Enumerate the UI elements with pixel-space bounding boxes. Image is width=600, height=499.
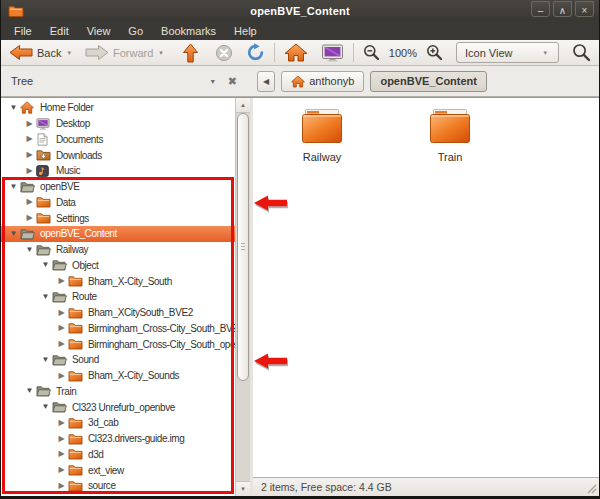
path-current-button[interactable]: openBVE_Content bbox=[370, 71, 487, 92]
expander-closed-icon[interactable]: ▶ bbox=[55, 340, 68, 348]
zoom-out-button[interactable] bbox=[360, 43, 383, 62]
expander-closed-icon[interactable]: ▶ bbox=[23, 151, 36, 159]
menu-edit[interactable]: Edit bbox=[41, 23, 78, 39]
view-mode-select[interactable]: Icon View ▾ bbox=[456, 42, 559, 63]
expander-closed-icon[interactable]: ▶ bbox=[23, 120, 36, 128]
maximize-button[interactable]: ∧ bbox=[553, 1, 572, 17]
back-dropdown-icon[interactable]: ▾ bbox=[64, 49, 74, 57]
path-home-button[interactable]: anthonyb bbox=[281, 71, 364, 92]
tree-item-route[interactable]: ▼ Route bbox=[1, 289, 235, 305]
up-button[interactable] bbox=[179, 42, 202, 64]
file-item-train[interactable]: Train bbox=[405, 109, 495, 163]
forward-button[interactable]: Forward bbox=[82, 43, 156, 62]
menu-view[interactable]: View bbox=[78, 23, 120, 39]
expander-open-icon[interactable]: ▼ bbox=[7, 104, 20, 112]
status-text: 2 items, Free space: 4.4 GB bbox=[261, 481, 392, 493]
expander-open-icon[interactable]: ▼ bbox=[39, 261, 52, 269]
chevron-down-icon: ▾ bbox=[540, 49, 550, 57]
expander-closed-icon[interactable]: ▶ bbox=[23, 198, 36, 206]
expander-open-icon[interactable]: ▼ bbox=[23, 387, 36, 395]
refresh-button[interactable] bbox=[243, 42, 268, 63]
tree-item-birmingham-cross-city-south-bve4[interactable]: ▶ Birmingham_Cross-City_South_BVE4 bbox=[1, 321, 235, 337]
back-button[interactable]: Back bbox=[6, 43, 64, 62]
tree-item-train[interactable]: ▼ Train bbox=[1, 384, 235, 400]
content-pane[interactable]: Railway Train 2 items, Free space: 4.4 G… bbox=[253, 97, 599, 496]
menu-bookmarks[interactable]: Bookmarks bbox=[152, 23, 225, 39]
tree-item-label: Settings bbox=[54, 213, 89, 224]
scroll-up-icon[interactable]: ▴ bbox=[236, 98, 250, 113]
tree-item-openbve-content[interactable]: ▼ openBVE_Content bbox=[1, 226, 235, 242]
tree-item-openbve[interactable]: ▼ openBVE bbox=[1, 179, 235, 195]
tree-item-music[interactable]: ▶ Music bbox=[1, 163, 235, 179]
tree-item-3d-cab[interactable]: ▶ 3d_cab bbox=[1, 415, 235, 431]
zoom-in-button[interactable] bbox=[423, 43, 446, 62]
tree-item-birmingham-cross-city-south-openbve[interactable]: ▶ Birmingham_Cross-City_South_openBVE bbox=[1, 336, 235, 352]
tree-item-bham-x-city-sounds[interactable]: ▶ Bham_X-City_Sounds bbox=[1, 368, 235, 384]
tree-item-ext-view[interactable]: ▶ ext_view bbox=[1, 462, 235, 478]
expander-open-icon[interactable]: ▼ bbox=[39, 356, 52, 364]
tree-item-label: Bham_XCitySouth_BVE2 bbox=[86, 307, 193, 318]
tree-item-bham-xcitysouth-bve2[interactable]: ▶ Bham_XCitySouth_BVE2 bbox=[1, 305, 235, 321]
expander-open-icon[interactable]: ▼ bbox=[39, 403, 52, 411]
subheader: Tree ▾ ✖ ◀ anthonyb openBVE_Content bbox=[1, 66, 599, 97]
forward-dropdown-icon[interactable]: ▾ bbox=[156, 49, 166, 57]
computer-button[interactable] bbox=[318, 43, 347, 63]
expander-closed-icon[interactable]: ▶ bbox=[55, 309, 68, 317]
tree-item-railway[interactable]: ▼ Railway bbox=[1, 242, 235, 258]
expander-closed-icon[interactable]: ▶ bbox=[55, 450, 68, 458]
window-title: openBVE_Content bbox=[1, 5, 599, 17]
tree-item-home-folder[interactable]: ▼ Home Folder bbox=[1, 100, 235, 116]
expander-open-icon[interactable]: ▼ bbox=[7, 230, 20, 238]
expander-closed-icon[interactable]: ▶ bbox=[55, 419, 68, 427]
expander-open-icon[interactable]: ▼ bbox=[7, 183, 20, 191]
tree-item-label: openBVE_Content bbox=[38, 228, 117, 239]
scroll-down-icon[interactable]: ▾ bbox=[236, 481, 250, 496]
expander-closed-icon[interactable]: ▶ bbox=[55, 435, 68, 443]
minimize-button[interactable]: – bbox=[531, 1, 550, 17]
menu-go[interactable]: Go bbox=[119, 23, 152, 39]
tree-item-settings[interactable]: ▶ Settings bbox=[1, 210, 235, 226]
expander-open-icon[interactable]: ▼ bbox=[23, 246, 36, 254]
path-scroll-left-button[interactable]: ◀ bbox=[257, 71, 275, 92]
home-icon bbox=[284, 43, 308, 62]
close-button[interactable]: × bbox=[575, 1, 594, 17]
documents-icon bbox=[36, 133, 54, 146]
expander-closed-icon[interactable]: ▶ bbox=[55, 277, 68, 285]
tree-item-cl323-unrefurb-openbve[interactable]: ▼ Cl323 Unrefurb_openbve bbox=[1, 399, 235, 415]
tree-scrollbar[interactable]: ▴ ▾ bbox=[235, 98, 250, 496]
tree-item-d3d[interactable]: ▶ d3d bbox=[1, 447, 235, 463]
expander-closed-icon[interactable]: ▶ bbox=[55, 482, 68, 490]
expander-open-icon[interactable]: ▼ bbox=[39, 293, 52, 301]
search-button[interactable] bbox=[569, 42, 594, 63]
expander-closed-icon[interactable]: ▶ bbox=[55, 372, 68, 380]
expander-closed-icon[interactable]: ▶ bbox=[55, 466, 68, 474]
stop-button[interactable] bbox=[212, 43, 236, 63]
tree-item-object[interactable]: ▼ Object bbox=[1, 258, 235, 274]
scrollbar-track[interactable] bbox=[236, 113, 250, 481]
tree-item-downloads[interactable]: ▶ Downloads bbox=[1, 147, 235, 163]
tree-item-desktop[interactable]: ▶ Desktop bbox=[1, 116, 235, 132]
tree-item-label: Home Folder bbox=[38, 102, 93, 113]
tree-item-label: Bham_X-City_Sounds bbox=[86, 370, 179, 381]
file-manager-window: openBVE_Content – ∧ × FileEditViewGoBook… bbox=[0, 0, 600, 499]
tree-item-bham-x-city-south[interactable]: ▶ Bham_X-City_South bbox=[1, 273, 235, 289]
tree-item-data[interactable]: ▶ Data bbox=[1, 195, 235, 211]
expander-closed-icon[interactable]: ▶ bbox=[55, 324, 68, 332]
expander-closed-icon[interactable]: ▶ bbox=[23, 214, 36, 222]
tree-item-sound[interactable]: ▼ Sound bbox=[1, 352, 235, 368]
home-button[interactable] bbox=[281, 42, 311, 63]
menu-file[interactable]: File bbox=[5, 23, 41, 39]
tree-item-documents[interactable]: ▶ Documents bbox=[1, 132, 235, 148]
tree-item-source[interactable]: ▶ source bbox=[1, 478, 235, 494]
scrollbar-thumb[interactable] bbox=[237, 113, 249, 381]
sidebar-dropdown-icon[interactable]: ▾ bbox=[211, 77, 215, 86]
tree-item-label: Downloads bbox=[54, 150, 102, 161]
expander-closed-icon[interactable]: ▶ bbox=[23, 167, 36, 175]
sidebar-close-icon[interactable]: ✖ bbox=[228, 75, 237, 88]
tree-item-cl323-drivers-guide-img[interactable]: ▶ Cl323.drivers-guide.img bbox=[1, 431, 235, 447]
tree-item-label: d3d bbox=[86, 449, 104, 460]
file-item-railway[interactable]: Railway bbox=[277, 109, 367, 163]
resize-grip-icon[interactable] bbox=[586, 483, 597, 494]
expander-closed-icon[interactable]: ▶ bbox=[23, 135, 36, 143]
menu-help[interactable]: Help bbox=[225, 23, 266, 39]
